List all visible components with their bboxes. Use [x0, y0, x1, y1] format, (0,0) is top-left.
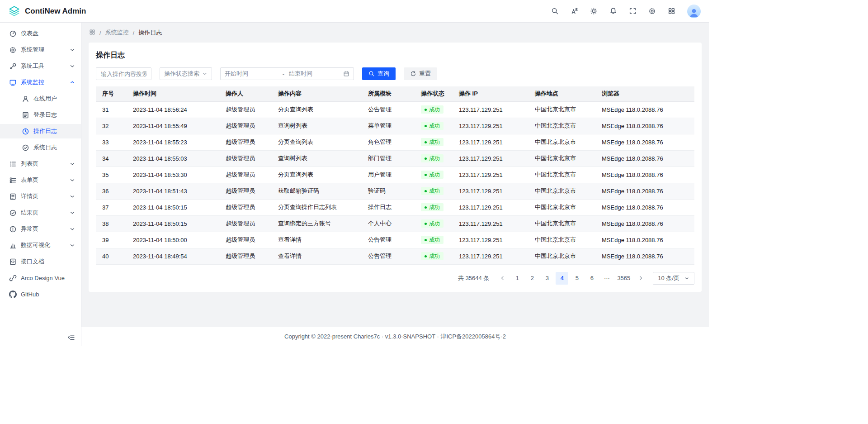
refresh-icon: [410, 71, 416, 77]
table-row[interactable]: 33 2023-11-04 18:55:23 超级管理员 分页查询列表 角色管理…: [96, 134, 694, 150]
chevron-down-icon: [69, 63, 75, 69]
status-select[interactable]: 操作状态搜索: [160, 67, 212, 80]
status-badge: 成功: [421, 236, 443, 244]
operation-log-icon: [22, 128, 29, 135]
breadcrumb: / 系统监控 / 操作日志: [81, 23, 709, 43]
cell-location: 中国北京北京市: [528, 199, 595, 215]
sidebar-item-system-log[interactable]: 系统日志: [0, 140, 81, 155]
result-page-icon: [9, 209, 17, 217]
search-icon: [551, 7, 559, 15]
chevron-right-icon: [638, 275, 644, 281]
sidebar-item-list-page[interactable]: 列表页: [0, 157, 81, 171]
page-button-1[interactable]: 1: [511, 272, 524, 285]
sidebar-item-github[interactable]: GitHub: [0, 287, 81, 301]
table-row[interactable]: 37 2023-11-04 18:50:15 超级管理员 分页查询操作日志列表 …: [96, 199, 694, 215]
settings-button[interactable]: [648, 7, 656, 15]
column-header: 序号: [96, 86, 127, 101]
cell-location: 中国北京北京市: [528, 118, 595, 134]
cell-content: 查询树列表: [272, 118, 362, 134]
apps-grid-button[interactable]: [668, 7, 675, 15]
github-icon: [9, 291, 17, 298]
table-row[interactable]: 36 2023-11-04 18:51:43 超级管理员 获取邮箱验证码 验证码…: [96, 183, 694, 199]
translate-button[interactable]: [571, 7, 578, 15]
cell-operator: 超级管理员: [219, 134, 272, 150]
cell-ip: 123.117.129.251: [453, 215, 528, 232]
sidebar-collapse-button[interactable]: [66, 333, 75, 342]
cell-ip: 123.117.129.251: [453, 167, 528, 183]
column-header: 操作地点: [528, 86, 595, 101]
sidebar-item-arco-design-vue[interactable]: Arco Design Vue: [0, 271, 81, 285]
brand[interactable]: ContiNew Admin: [8, 5, 86, 17]
sidebar-item-form-page[interactable]: 表单页: [0, 173, 81, 187]
sidebar-item-data-visualization[interactable]: 数据可视化: [0, 238, 81, 252]
sidebar-item-online-users[interactable]: 在线用户: [0, 91, 81, 106]
cell-id: 37: [96, 199, 127, 215]
sidebar-item-system-tools[interactable]: 系统工具: [0, 59, 81, 73]
breadcrumb-item-system-monitor[interactable]: 系统监控: [105, 29, 129, 37]
cell-browser: MSEdge 118.0.2088.76: [595, 215, 694, 232]
column-header: 操作时间: [127, 86, 219, 101]
search-button[interactable]: [551, 7, 559, 15]
cell-operator: 超级管理员: [219, 118, 272, 134]
sidebar-item-system-management[interactable]: 系统管理: [0, 43, 81, 57]
chevron-down-icon: [69, 193, 75, 200]
cell-module: 部门管理: [362, 150, 415, 167]
copyright-text: Copyright © 2022-present Charles7c · v1.…: [284, 333, 506, 341]
query-button[interactable]: 查询: [362, 67, 396, 80]
table-row[interactable]: 40 2023-11-04 18:49:54 超级管理员 查看详情 公告管理 成…: [96, 248, 694, 264]
cell-content: 获取邮箱验证码: [272, 183, 362, 199]
prev-page-button[interactable]: [496, 272, 509, 285]
date-range-picker[interactable]: 开始时间 - 结束时间: [220, 67, 354, 80]
cell-ip: 123.117.129.251: [453, 134, 528, 150]
sidebar-item-login-log[interactable]: 登录日志: [0, 108, 81, 122]
breadcrumb-separator: /: [99, 29, 101, 36]
breadcrumb-home[interactable]: [89, 29, 95, 37]
cell-module: 菜单管理: [362, 118, 415, 134]
breadcrumb-separator: /: [133, 29, 135, 36]
pagination-ellipsis[interactable]: ···: [600, 272, 613, 285]
fullscreen-button[interactable]: [629, 7, 637, 15]
avatar[interactable]: [687, 5, 701, 18]
page-button-4-active[interactable]: 4: [556, 272, 568, 285]
cell-module: 公告管理: [362, 101, 415, 118]
table-row[interactable]: 35 2023-11-04 18:53:30 超级管理员 分页查询列表 用户管理…: [96, 167, 694, 183]
cell-time: 2023-11-04 18:56:24: [127, 101, 219, 118]
cell-ip: 123.117.129.251: [453, 118, 528, 134]
table-row[interactable]: 38 2023-11-04 18:50:15 超级管理员 查询绑定的三方账号 个…: [96, 215, 694, 232]
cell-id: 34: [96, 150, 127, 167]
page-button-3[interactable]: 3: [541, 272, 553, 285]
content-search-input[interactable]: [96, 67, 151, 80]
sidebar-item-result-page[interactable]: 结果页: [0, 205, 81, 220]
sidebar-item-dashboard[interactable]: 仪表盘: [0, 26, 81, 41]
chevron-down-icon: [69, 161, 75, 167]
cell-browser: MSEdge 118.0.2088.76: [595, 134, 694, 150]
reset-button[interactable]: 重置: [404, 67, 437, 80]
cell-status: 成功: [415, 215, 453, 232]
table-row[interactable]: 31 2023-11-04 18:56:24 超级管理员 分页查询列表 公告管理…: [96, 101, 694, 118]
cell-content: 分页查询列表: [272, 167, 362, 183]
notifications-button[interactable]: [609, 7, 617, 15]
cell-module: 公告管理: [362, 232, 415, 248]
sidebar-item-detail-page[interactable]: 详情页: [0, 189, 81, 204]
last-page-button[interactable]: 3565: [615, 272, 632, 285]
page-size-select[interactable]: 10 条/页: [653, 272, 694, 285]
home-grid-icon: [89, 29, 95, 35]
sidebar-item-api-docs[interactable]: 接口文档: [0, 254, 81, 269]
table-row[interactable]: 39 2023-11-04 18:50:00 超级管理员 查看详情 公告管理 成…: [96, 232, 694, 248]
sidebar-item-operation-log[interactable]: 操作日志: [0, 124, 81, 138]
cell-module: 操作日志: [362, 199, 415, 215]
table-row[interactable]: 34 2023-11-04 18:55:03 超级管理员 查询树列表 部门管理 …: [96, 150, 694, 167]
chevron-left-icon: [500, 275, 505, 281]
chevron-up-icon: [69, 79, 75, 86]
chevron-down-icon: [69, 226, 75, 232]
sidebar-item-exception-page[interactable]: 异常页: [0, 222, 81, 236]
cell-status: 成功: [415, 232, 453, 248]
page-button-2[interactable]: 2: [526, 272, 538, 285]
table-row[interactable]: 32 2023-11-04 18:55:49 超级管理员 查询树列表 菜单管理 …: [96, 118, 694, 134]
success-dot: [425, 239, 427, 241]
next-page-button[interactable]: [634, 272, 647, 285]
sidebar-item-system-monitor[interactable]: 系统监控: [0, 75, 81, 90]
page-button-5[interactable]: 5: [571, 272, 583, 285]
theme-button[interactable]: [590, 7, 598, 15]
page-button-6[interactable]: 6: [585, 272, 598, 285]
